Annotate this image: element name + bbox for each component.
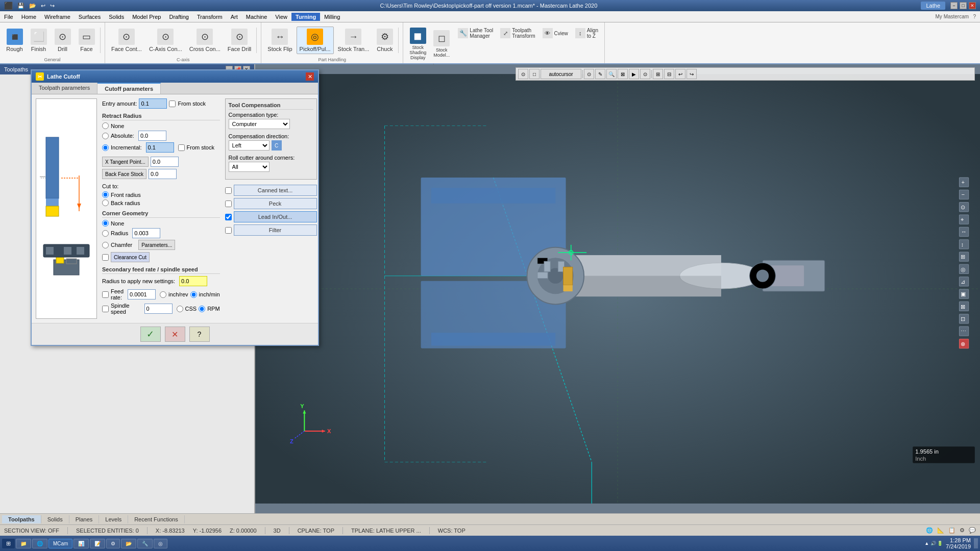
close-btn[interactable]: ✕ (969, 2, 976, 9)
from-stock-checkbox[interactable] (169, 101, 176, 107)
roll-cutter-select[interactable]: All None (229, 162, 270, 172)
maximize-btn[interactable]: □ (960, 2, 967, 9)
lead-inout-checkbox[interactable] (225, 214, 232, 220)
entry-amount-input[interactable] (139, 98, 167, 109)
menu-wireframe[interactable]: Wireframe (40, 13, 75, 21)
canned-text-checkbox[interactable] (225, 187, 232, 194)
align-to-z-btn[interactable]: ↕ Alignto Z (572, 26, 601, 41)
toolpath-transform-btn[interactable]: ⤢ ToolpathTransform (497, 26, 538, 41)
canned-text-btn[interactable]: Canned text... (234, 185, 317, 196)
vp-btn-7[interactable]: 🔍 (606, 69, 617, 79)
retract-from-stock-checkbox[interactable] (178, 144, 185, 151)
vp-btn-9[interactable]: ▶ (629, 69, 639, 79)
minimize-btn[interactable]: − (950, 2, 958, 9)
vp-btn-14[interactable]: ↪ (687, 69, 697, 79)
inch-min-radio[interactable] (190, 291, 197, 298)
help-btn[interactable]: ? (189, 327, 210, 342)
rough-btn[interactable]: ⬛ Rough (3, 27, 26, 54)
taskbar-app-6[interactable]: 🔧 (137, 539, 153, 548)
comp-direction-info-btn[interactable]: C (272, 140, 282, 151)
drill-btn[interactable]: ⊙ Drill (51, 27, 74, 54)
cview-btn[interactable]: 👁 Cview (540, 26, 571, 41)
status-icon-1[interactable]: 🌐 (926, 527, 933, 534)
clearance-cut-btn[interactable]: Clearance Cut (111, 252, 150, 262)
face-btn[interactable]: ▭ Face (75, 27, 98, 54)
start-btn[interactable]: ⊞ (2, 539, 15, 548)
taskbar-app-2[interactable]: 📊 (74, 539, 89, 548)
x-tangent-input[interactable] (151, 157, 179, 167)
peck-checkbox[interactable] (225, 201, 232, 207)
menu-machine[interactable]: Machine (242, 13, 272, 21)
bottom-tab-planes[interactable]: Planes (69, 515, 100, 523)
bottom-tab-recent[interactable]: Recent Functions (128, 515, 185, 523)
chuck-btn[interactable]: ⚙ Chuck (373, 27, 396, 54)
menu-transform[interactable]: Transform (193, 13, 227, 21)
taskbar-app-3[interactable]: 📝 (90, 539, 105, 548)
finish-btn[interactable]: ⬜ Finish (27, 27, 50, 54)
vp-btn-13[interactable]: ↩ (675, 69, 685, 79)
bottom-tab-solids[interactable]: Solids (41, 515, 69, 523)
menu-model-prep[interactable]: Model Prep (128, 13, 165, 21)
bottom-tab-levels[interactable]: Levels (99, 515, 128, 523)
face-drill-btn[interactable]: ⊙ Face Drill (225, 27, 254, 54)
spindle-speed-input[interactable] (144, 304, 173, 314)
menu-surfaces[interactable]: Surfaces (75, 13, 105, 21)
peck-btn[interactable]: Peck (234, 198, 317, 209)
cross-con-btn[interactable]: ⊙ Cross Con... (186, 27, 224, 54)
corner-chamfer-radio[interactable] (102, 242, 109, 248)
inch-rev-radio[interactable] (160, 291, 166, 298)
taskbar-mastercam[interactable]: MCam (48, 539, 72, 548)
c-axis-con-btn[interactable]: ⊙ C-Axis Con... (146, 27, 185, 54)
cancel-btn[interactable]: ✕ (165, 327, 185, 342)
redo-btn[interactable]: ↪ (48, 3, 56, 9)
stock-tran-btn[interactable]: → Stock Tran... (335, 27, 373, 54)
back-face-stock-input[interactable] (149, 169, 177, 179)
rpm-radio[interactable] (199, 306, 205, 312)
radius-apply-input[interactable] (179, 276, 207, 286)
retract-none-radio[interactable] (102, 122, 109, 129)
comp-direction-select[interactable]: Left Right (229, 140, 270, 151)
parameters-btn[interactable]: Parameters... (138, 240, 175, 250)
taskbar-browser[interactable]: 🌐 (32, 539, 47, 548)
menu-home[interactable]: Home (17, 13, 40, 21)
face-cont-btn[interactable]: ⊙ Face Cont... (108, 27, 145, 54)
corner-none-radio[interactable] (102, 220, 109, 227)
filter-btn[interactable]: Filter (234, 224, 317, 236)
menu-view[interactable]: View (271, 13, 291, 21)
save-btn[interactable]: 💾 (16, 3, 26, 9)
lathe-tool-mgr-btn[interactable]: 🔧 Lathe ToolManager (455, 26, 496, 41)
vp-btn-5[interactable]: ⊙ (584, 69, 594, 79)
taskbar-app-7[interactable]: ◎ (154, 539, 167, 548)
back-radius-radio[interactable] (102, 199, 109, 206)
status-icon-2[interactable]: 📐 (937, 527, 944, 534)
stock-flip-btn[interactable]: ↔ Stock Flip (264, 27, 295, 54)
taskbar-app-5[interactable]: 📂 (121, 539, 136, 548)
clearance-cut-checkbox[interactable] (102, 254, 109, 261)
tab-cutoff-params[interactable]: Cutoff parameters (97, 83, 161, 94)
corner-radius-radio[interactable] (102, 230, 109, 237)
vp-btn-10[interactable]: ⊙ (640, 69, 650, 79)
x-tangent-btn[interactable]: X Tangent Point... (102, 157, 149, 167)
vp-btn-6[interactable]: ✎ (595, 69, 605, 79)
status-icon-5[interactable]: 💬 (969, 527, 976, 534)
dialog-close-btn[interactable]: ✕ (306, 72, 314, 81)
lead-inout-btn[interactable]: Lead In/Out... (234, 211, 317, 222)
vp-btn-2[interactable]: □ (529, 69, 540, 79)
feed-rate-input[interactable] (128, 289, 156, 299)
vp-btn-1[interactable]: ⊙ (518, 69, 528, 79)
menu-art[interactable]: Art (227, 13, 242, 21)
status-icon-4[interactable]: ⚙ (960, 527, 965, 534)
pickoff-btn[interactable]: ◎ Pickoff/Pul... (297, 27, 334, 54)
filter-checkbox[interactable] (225, 227, 232, 234)
feed-rate-checkbox[interactable] (102, 291, 109, 298)
retract-incremental-radio[interactable] (102, 144, 109, 151)
stock-shading-btn[interactable]: ◼ StockShadingDisplay (406, 26, 429, 62)
menu-milling[interactable]: Milling (320, 13, 344, 21)
spindle-speed-checkbox[interactable] (102, 306, 109, 312)
vp-btn-8[interactable]: ⊠ (618, 69, 628, 79)
menu-turning[interactable]: Turning (291, 13, 320, 21)
menu-file[interactable]: File (0, 13, 17, 21)
vp-btn-11[interactable]: ⊞ (653, 69, 663, 79)
taskbar-file-explorer[interactable]: 📁 (16, 539, 31, 548)
viewport[interactable]: ⊙ □ autocursor ⊙ ✎ 🔍 ⊠ ▶ ⊙ ⊞ ⊟ ↩ ↪ (255, 64, 980, 513)
